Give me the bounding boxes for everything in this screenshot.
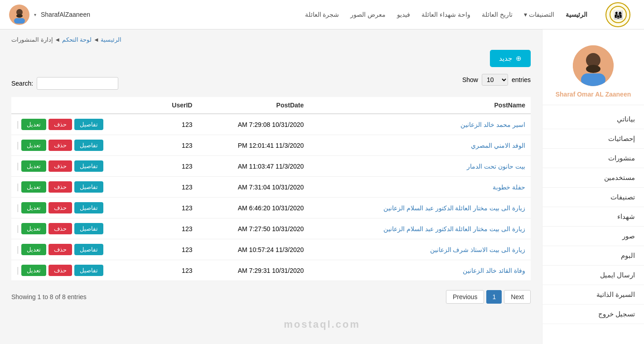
page-number-1[interactable]: 1: [486, 290, 502, 304]
edit-button-1[interactable]: تعديل: [21, 140, 46, 151]
chevron-down-icon: ▾: [524, 11, 527, 18]
nav-classifications[interactable]: التصنيفات ▾: [524, 11, 554, 18]
nav-home[interactable]: الرئيسية: [566, 11, 587, 18]
delete-button-1[interactable]: حذف: [48, 140, 72, 151]
details-button-2[interactable]: تفاصيل: [74, 160, 103, 172]
cell-actions-0: تفاصيل حذف تعديل |: [11, 114, 152, 135]
delete-button-4[interactable]: حذف: [48, 202, 72, 213]
post-link-2[interactable]: بيت حانون تحت الدمار: [467, 163, 525, 170]
svg-point-9: [586, 65, 600, 73]
breadcrumb-home[interactable]: الرئيسية: [101, 36, 121, 43]
svg-rect-8: [581, 73, 605, 86]
sidebar-item-cv[interactable]: السيرة الذاتية: [542, 285, 644, 305]
edit-button-0[interactable]: تعديل: [21, 119, 46, 130]
details-button-0[interactable]: تفاصيل: [74, 119, 103, 130]
delete-button-5[interactable]: حذف: [48, 223, 72, 234]
show-entries-control: Show 10 25 50 100 entries: [462, 74, 531, 86]
post-link-0[interactable]: اسير محمد خالد الزعانين: [460, 121, 525, 128]
nav-links: الرئيسية التصنيفات ▾ تاريخ العائلة واحة …: [305, 11, 587, 18]
cell-postname-7: وفاة القائد خالد الزعانين: [309, 260, 531, 281]
next-button[interactable]: Next: [504, 290, 531, 304]
nav-tree[interactable]: شجرة العائلة: [305, 11, 339, 18]
pagination-info: Showing 1 to 8 of 8 entries: [11, 293, 87, 300]
sidebar-item-albums[interactable]: البوم: [542, 246, 644, 266]
sidebar-item-posts[interactable]: منشورات: [542, 149, 644, 168]
sidebar-avatar: [573, 45, 614, 86]
sidebar-item-logout[interactable]: تسجيل خروج: [542, 305, 644, 324]
details-button-5[interactable]: تفاصيل: [74, 223, 103, 234]
sidebar-item-categories[interactable]: تصنيفات: [542, 188, 644, 207]
nav-video[interactable]: فيديو: [397, 11, 410, 18]
plus-icon: ⊕: [516, 54, 522, 63]
cell-postname-6: زيارة الى بيت الاستاذ شرف الزعانين: [309, 239, 531, 260]
search-input[interactable]: [37, 77, 118, 90]
site-logo: 👨‍👩‍👧: [605, 2, 630, 27]
sidebar-item-send-email[interactable]: ارسال ايميل: [542, 266, 644, 285]
edit-button-7[interactable]: تعديل: [21, 265, 46, 276]
pipe-separator-2: |: [17, 161, 19, 171]
sidebar: Sharaf Omar AL Zaaneen بياناتي إحصائيات …: [542, 29, 644, 344]
sidebar-item-profile[interactable]: بياناتي: [542, 110, 644, 129]
details-button-7[interactable]: تفاصيل: [74, 265, 103, 276]
new-post-button[interactable]: ⊕ جديد: [490, 50, 531, 67]
cell-userid-3: 123: [152, 177, 198, 198]
cell-actions-7: تفاصيل حذف تعديل |: [11, 260, 152, 281]
post-link-5[interactable]: زيارة الى بيت مختار العائلة الدكتور عبد …: [383, 225, 525, 233]
table-controls: Show 10 25 50 100 entries Search:: [11, 74, 531, 92]
delete-button-2[interactable]: حذف: [48, 160, 72, 172]
post-link-6[interactable]: زيارة الى بيت الاستاذ شرف الزعانين: [430, 246, 525, 253]
edit-button-6[interactable]: تعديل: [21, 244, 46, 255]
breadcrumb-panel[interactable]: لوحة التحكم: [62, 36, 92, 43]
svg-text:👨‍👩‍👧: 👨‍👩‍👧: [613, 10, 624, 20]
table-row: الوفد الامني المصري 11/3/2020 12:01:41 P…: [11, 135, 531, 156]
post-link-3[interactable]: حفلة خطوبة: [493, 184, 525, 191]
edit-button-3[interactable]: تعديل: [21, 181, 46, 193]
table-row: حفلة خطوبة 10/31/2020 7:31:04 AM 123 تفا…: [11, 177, 531, 198]
sidebar-item-stats[interactable]: إحصائيات: [542, 129, 644, 149]
cell-userid-0: 123: [152, 114, 198, 135]
nav-avatar: [9, 5, 29, 25]
table-row: زيارة الى بيت مختار العائلة الدكتور عبد …: [11, 218, 531, 239]
nav-family-history[interactable]: تاريخ العائلة: [482, 11, 513, 18]
main-layout: Sharaf Omar AL Zaaneen بياناتي إحصائيات …: [0, 29, 644, 344]
details-button-3[interactable]: تفاصيل: [74, 181, 103, 193]
edit-button-4[interactable]: تعديل: [21, 202, 46, 213]
post-link-7[interactable]: وفاة القائد خالد الزعانين: [463, 267, 525, 274]
table-row: بيت حانون تحت الدمار 11/3/2020 11:03:47 …: [11, 156, 531, 177]
sidebar-item-photos[interactable]: صور: [542, 227, 644, 246]
col-userid: UserID: [152, 97, 198, 114]
edit-button-5[interactable]: تعديل: [21, 223, 46, 234]
post-link-4[interactable]: زيارة الى بيت مختار العائلة الدكتور عبد …: [383, 204, 525, 212]
breadcrumb-current: إدارة المنشورات: [11, 36, 53, 43]
entries-select[interactable]: 10 25 50 100: [482, 74, 508, 86]
user-dropdown-arrow[interactable]: ▾: [34, 12, 36, 17]
sidebar-item-users[interactable]: مستخدمين: [542, 168, 644, 188]
posts-table: PostName PostDate UserID اسير محمد خالد …: [11, 97, 531, 281]
delete-button-0[interactable]: حذف: [48, 119, 72, 130]
post-link-1[interactable]: الوفد الامني المصري: [471, 142, 525, 149]
pipe-separator-3: |: [17, 182, 19, 192]
pipe-separator-5: |: [17, 224, 19, 233]
cell-postname-3: حفلة خطوبة: [309, 177, 531, 198]
cell-postdate-2: 11/3/2020 11:03:47 AM: [198, 156, 309, 177]
details-button-1[interactable]: تفاصيل: [74, 140, 103, 151]
cell-userid-2: 123: [152, 156, 198, 177]
edit-button-2[interactable]: تعديل: [21, 160, 46, 172]
delete-button-3[interactable]: حذف: [48, 181, 72, 193]
pagination-buttons: Previous 1 Next: [446, 290, 531, 304]
cell-actions-5: تفاصيل حذف تعديل |: [11, 218, 152, 239]
nav-martyrs[interactable]: واحة شهداء العائلة: [421, 11, 470, 18]
sidebar-username: Sharaf Omar AL Zaaneen: [549, 91, 637, 98]
delete-button-7[interactable]: حذف: [48, 265, 72, 276]
cell-userid-7: 123: [152, 260, 198, 281]
nav-gallery[interactable]: معرض الصور: [350, 11, 386, 18]
prev-button[interactable]: Previous: [446, 290, 484, 304]
cell-postdate-5: 10/31/2020 7:27:50 AM: [198, 218, 309, 239]
delete-button-6[interactable]: حذف: [48, 244, 72, 255]
sidebar-item-martyrs[interactable]: شهداء: [542, 207, 644, 227]
cell-actions-6: تفاصيل حذف تعديل |: [11, 239, 152, 260]
details-button-4[interactable]: تفاصيل: [74, 202, 103, 213]
details-button-6[interactable]: تفاصيل: [74, 244, 103, 255]
cell-userid-6: 123: [152, 239, 198, 260]
table-row: اسير محمد خالد الزعانين 10/31/2020 7:29:…: [11, 114, 531, 135]
